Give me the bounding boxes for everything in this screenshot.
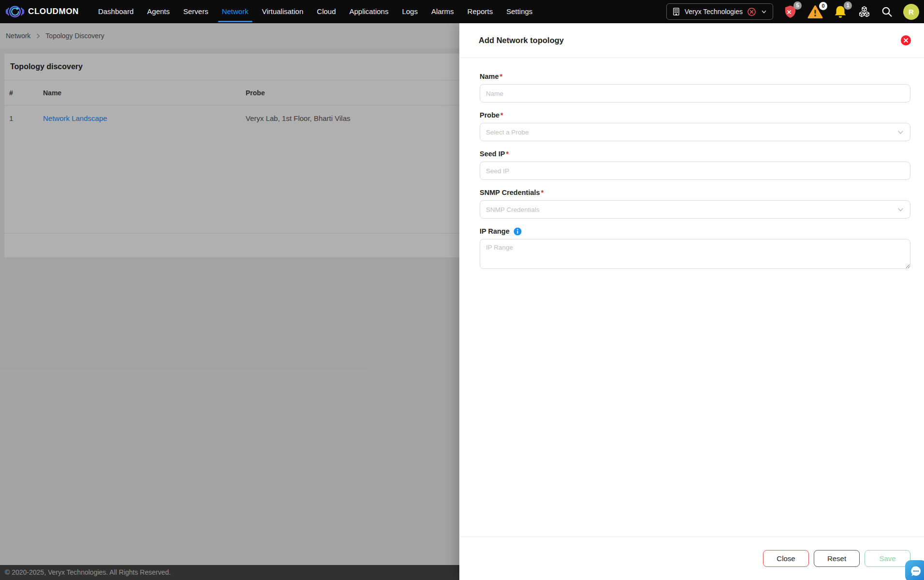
chevron-down-icon	[897, 129, 904, 136]
name-input[interactable]	[480, 84, 910, 103]
ip-range-textarea[interactable]	[480, 239, 910, 269]
drawer-header: Add Network topology	[459, 23, 924, 58]
seed-ip-input[interactable]	[480, 162, 910, 180]
nav-item-cloud[interactable]: Cloud	[310, 0, 342, 23]
user-avatar[interactable]: R	[903, 4, 919, 20]
notifications-badge: 1	[844, 1, 852, 10]
snmp-field-label: SNMP Credentials*	[480, 188, 910, 197]
seed-ip-field-label: Seed IP*	[480, 149, 910, 159]
drawer-form: Name* Probe* Select a Probe Seed IP* SNM…	[459, 58, 924, 536]
top-navigation-bar: CLOUDMON Dashboard Agents Servers Networ…	[0, 0, 924, 23]
close-icon[interactable]	[899, 34, 912, 47]
add-topology-drawer: Add Network topology Name* Probe* Select…	[459, 23, 924, 580]
chevron-down-icon	[897, 206, 904, 213]
save-button[interactable]: Save	[865, 550, 910, 567]
nav-item-applications[interactable]: Applications	[343, 0, 396, 23]
warnings-badge: 0	[819, 2, 827, 10]
drawer-footer: Close Reset Save	[459, 536, 924, 580]
main-area: Network Topology Discovery Topology disc…	[0, 23, 924, 580]
warnings-button[interactable]: 0	[807, 5, 823, 19]
drawer-title: Add Network topology	[479, 36, 564, 45]
alerts-badge: 5	[793, 1, 802, 10]
topbar-right-controls: Veryx Technologies 5 0	[666, 3, 919, 20]
modules-button[interactable]	[858, 5, 871, 18]
reset-button[interactable]: Reset	[814, 550, 860, 567]
main-menu: Dashboard Agents Servers Network Virtual…	[91, 0, 539, 23]
nav-item-dashboard[interactable]: Dashboard	[91, 0, 140, 23]
info-icon[interactable]	[513, 227, 522, 236]
nav-item-alarms[interactable]: Alarms	[425, 0, 461, 23]
tenant-selector[interactable]: Veryx Technologies	[666, 3, 773, 20]
snmp-credentials-select[interactable]: SNMP Credentials	[480, 200, 910, 219]
notifications-button[interactable]: 1	[833, 4, 848, 19]
close-button[interactable]: Close	[763, 550, 809, 567]
brand-name: CLOUDMON	[28, 7, 79, 16]
nav-item-network[interactable]: Network	[215, 0, 255, 23]
avatar-initial: R	[909, 8, 914, 16]
cubes-icon	[858, 5, 871, 18]
name-field-label: Name*	[480, 72, 910, 81]
search-button[interactable]	[881, 6, 893, 18]
nav-item-virtualisation[interactable]: Virtualisation	[255, 0, 310, 23]
clear-tenant-icon[interactable]	[747, 7, 756, 16]
chevron-down-icon	[761, 8, 767, 15]
cloudmon-logo-icon	[6, 2, 24, 21]
nav-item-settings[interactable]: Settings	[499, 0, 539, 23]
ip-range-field-label: IP Range	[480, 226, 910, 236]
nav-item-reports[interactable]: Reports	[461, 0, 500, 23]
nav-item-logs[interactable]: Logs	[395, 0, 425, 23]
nav-item-agents[interactable]: Agents	[140, 0, 176, 23]
nav-item-servers[interactable]: Servers	[176, 0, 215, 23]
search-icon	[881, 6, 893, 18]
brand-logo[interactable]: CLOUDMON	[6, 2, 79, 21]
tenant-name: Veryx Technologies	[685, 8, 743, 15]
chat-widget-button[interactable]	[905, 560, 924, 580]
probe-select[interactable]: Select a Probe	[480, 123, 910, 141]
building-icon	[672, 7, 680, 16]
security-alerts-button[interactable]: 5	[783, 4, 797, 19]
chat-bubble-icon	[909, 565, 923, 578]
probe-field-label: Probe*	[480, 110, 910, 120]
